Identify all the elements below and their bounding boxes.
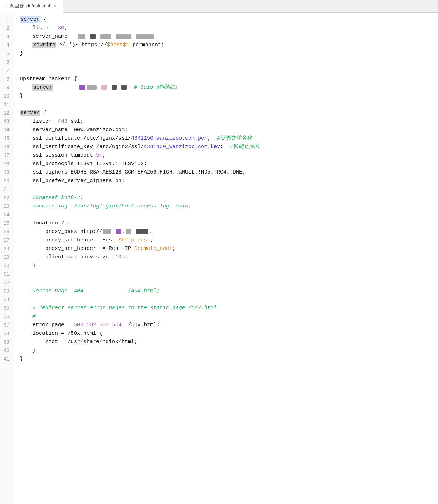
- code-line-7: [20, 66, 438, 75]
- line-num-16: 16: [3, 143, 10, 151]
- line-num-5: 5: [3, 49, 10, 58]
- line-num-9: 9: [3, 83, 10, 92]
- line-num-13: 13: [3, 117, 10, 126]
- code-editor: 1 2 3 4 5 6 7 8 9 10 11 12 13 14 15 16 1…: [0, 13, 438, 504]
- line-num-3: 3: [3, 33, 10, 41]
- tab-filename: 阿里云_default.conf: [10, 3, 50, 9]
- code-line-12: server {: [20, 109, 438, 117]
- line-num-29: 29: [3, 253, 10, 262]
- code-line-17: ssl_session_timeout 5m;: [20, 151, 438, 160]
- code-line-41: }: [20, 355, 438, 363]
- line-num-14: 14: [3, 126, 10, 134]
- code-line-15: ssl_certificate /etc/nginx/ssl/4341150_w…: [20, 134, 438, 143]
- code-line-16: ssl_certificate_key /etc/nginx/ssl/43411…: [20, 143, 438, 151]
- code-line-26: proxy_pass http:// . .: [20, 228, 438, 236]
- tab-close-button[interactable]: ×: [53, 4, 57, 8]
- code-line-33: #error_page 404 /404.html;: [20, 287, 438, 295]
- line-num-28: 28: [3, 245, 10, 253]
- code-line-8: upstream backend {: [20, 75, 438, 83]
- line-num-2: 2: [3, 24, 10, 33]
- code-line-34: [20, 295, 438, 304]
- line-numbers: 1 2 3 4 5 6 7 8 9 10 11 12 13 14 15 16 1…: [0, 13, 14, 504]
- code-line-39: root /usr/share/nginx/html;: [20, 338, 438, 346]
- line-num-27: 27: [3, 236, 10, 245]
- code-area[interactable]: server { listen 80; server_name rewrite …: [14, 13, 438, 504]
- code-line-19: ssl_ciphers ECDHE-RSA-AES128-GCM-SHA256:…: [20, 168, 438, 177]
- line-num-21: 21: [3, 185, 10, 194]
- line-num-20: 20: [3, 177, 10, 185]
- code-line-22: #charset koi8-r;: [20, 194, 438, 202]
- code-line-20: ssl_prefer_server_ciphers on;: [20, 177, 438, 185]
- line-num-38: 38: [3, 329, 10, 338]
- line-num-11: 11: [3, 100, 10, 109]
- line-num-24: 24: [3, 211, 10, 219]
- line-num-32: 32: [3, 279, 10, 287]
- code-line-9: server # Solo 监听端口: [20, 83, 438, 92]
- code-line-6: [20, 58, 438, 66]
- line-num-30: 30: [3, 262, 10, 270]
- line-num-34: 34: [3, 295, 10, 304]
- code-line-29: client_max_body_size 10m;: [20, 253, 438, 262]
- line-num-35: 35: [3, 304, 10, 312]
- line-num-33: 33: [3, 287, 10, 295]
- line-num-41: 41: [3, 355, 10, 363]
- line-num-19: 19: [3, 168, 10, 177]
- code-line-2: listen 80;: [20, 24, 438, 33]
- line-num-23: 23: [3, 202, 10, 211]
- line-num-37: 37: [3, 321, 10, 329]
- code-line-27: proxy_set_header Host $http_host;: [20, 236, 438, 245]
- code-line-21: [20, 185, 438, 194]
- code-line-14: server_name www.wanzizoo.com;: [20, 126, 438, 134]
- tab-number: 1: [5, 4, 7, 8]
- code-line-31: [20, 270, 438, 279]
- line-num-6: 6: [3, 58, 10, 66]
- code-line-11: [20, 100, 438, 109]
- line-num-31: 31: [3, 270, 10, 279]
- code-line-23: #access_log /var/log/nginx/host.access.l…: [20, 202, 438, 211]
- code-line-35: # redirect server error pages to the sta…: [20, 304, 438, 312]
- line-num-10: 10: [3, 92, 10, 100]
- tab-bar: 1 阿里云_default.conf ×: [0, 0, 438, 13]
- code-line-4: rewrite ^(.*)$ https://$host$1 permanent…: [20, 41, 438, 49]
- line-num-36: 36: [3, 312, 10, 321]
- code-line-3: server_name: [20, 33, 438, 41]
- line-num-18: 18: [3, 160, 10, 168]
- tab-file[interactable]: 1 阿里云_default.conf ×: [0, 0, 63, 13]
- line-num-1: 1: [3, 16, 10, 24]
- code-line-25: location / {: [20, 219, 438, 228]
- code-line-30: }: [20, 262, 438, 270]
- line-num-7: 7: [3, 66, 10, 75]
- code-line-1: server {: [20, 16, 438, 24]
- line-num-12: 12: [3, 109, 10, 117]
- code-line-18: ssl_protocols TLSv1 TLSv1.1 TLSv1.2;: [20, 160, 438, 168]
- line-num-8: 8: [3, 75, 10, 83]
- code-line-38: location = /50x.html {: [20, 329, 438, 338]
- code-line-40: }: [20, 346, 438, 355]
- code-line-32: [20, 279, 438, 287]
- code-line-24: [20, 211, 438, 219]
- line-num-17: 17: [3, 151, 10, 160]
- code-line-10: }: [20, 92, 438, 100]
- line-num-25: 25: [3, 219, 10, 228]
- code-line-13: listen 443 ssl;: [20, 117, 438, 126]
- code-line-36: #: [20, 312, 438, 321]
- code-line-37: error_page 500 502 503 504 /50x.html;: [20, 321, 438, 329]
- code-line-5: }: [20, 49, 438, 58]
- line-num-26: 26: [3, 228, 10, 236]
- line-num-4: 4: [3, 41, 10, 49]
- line-num-15: 15: [3, 134, 10, 143]
- line-num-39: 39: [3, 338, 10, 346]
- line-num-22: 22: [3, 194, 10, 202]
- code-line-28: proxy_set_header X-Real-IP $remote_addr;: [20, 245, 438, 253]
- line-num-40: 40: [3, 346, 10, 355]
